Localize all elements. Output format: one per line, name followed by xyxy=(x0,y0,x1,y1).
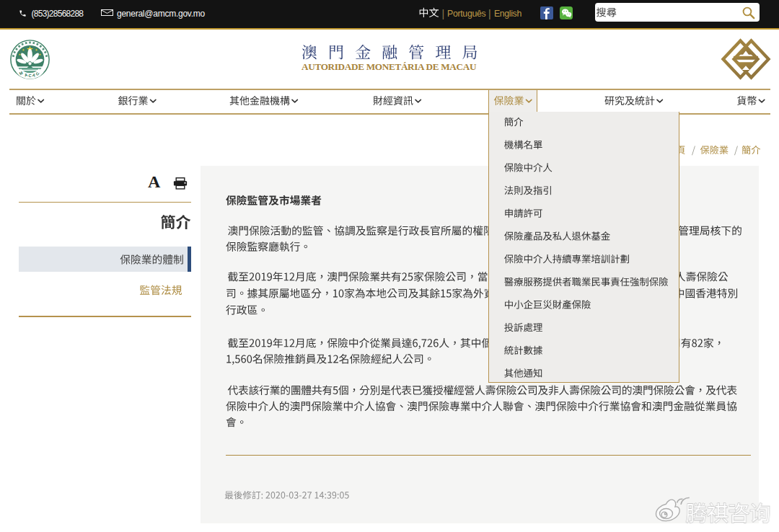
svg-text:C: C xyxy=(28,73,31,77)
